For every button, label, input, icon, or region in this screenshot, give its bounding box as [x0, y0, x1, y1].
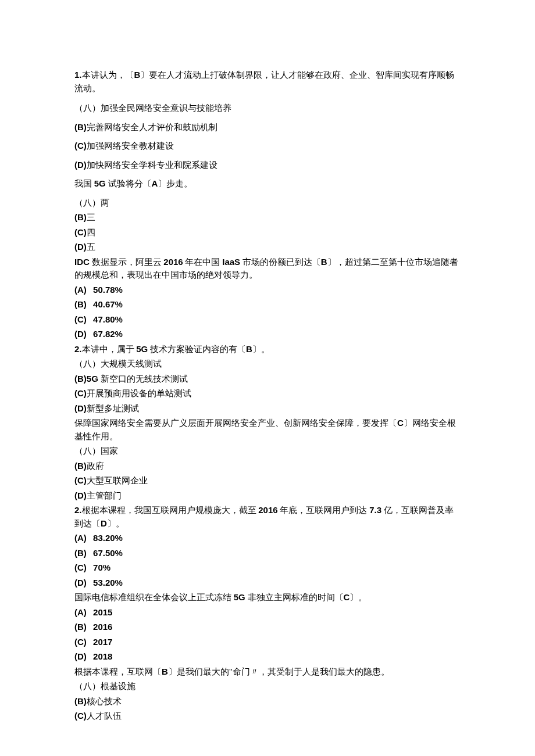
option-label: (C) [74, 710, 87, 723]
option-text: 政府 [87, 461, 104, 471]
option-label: （八） [74, 682, 101, 691]
option-text: 完善网络安全人才评价和鼓励机制 [87, 123, 217, 132]
q6-option-a: (A) 83.20% [74, 532, 461, 545]
option-text: 83.20% [93, 533, 123, 543]
option-text: 新型多址测试 [87, 404, 139, 413]
text: 试验将分〔 [106, 179, 152, 188]
q5-option-a: （八）国家 [74, 445, 461, 458]
option-text: 主管部门 [87, 491, 122, 500]
q5-answer: C [397, 418, 404, 428]
q6-option-b: (B) 67.50% [74, 547, 461, 560]
option-label: (B) [74, 695, 87, 708]
q3-option-c: (C) 47.80% [74, 313, 461, 327]
option-label: (D) [74, 328, 87, 341]
text: 我国 [74, 179, 94, 188]
text: 2016 [163, 257, 183, 267]
q1-number: 1. [74, 70, 82, 80]
text: 〕。 [107, 519, 124, 528]
q3-option-d: (D) 67.82% [74, 328, 461, 341]
option-text: 大规模天线测试 [101, 359, 162, 368]
option-label: (C) [74, 226, 87, 239]
question-1-stem: 1.本讲认为，〔B〕要在人才流动上打破体制界限，让人才能够在政府、企业、智库间实… [74, 69, 461, 95]
text: 〕。 [349, 593, 367, 602]
option-text: 五 [87, 242, 95, 252]
text: 5G [94, 178, 106, 188]
option-text: 47.80% [93, 314, 123, 324]
text: 2016 [258, 505, 277, 515]
q4-option-c: (C)开展预商用设备的单站测试 [74, 387, 461, 400]
option-label: (A) [74, 284, 87, 297]
option-text: 2016 [93, 622, 112, 632]
option-text: 开展预商用设备的单站测试 [87, 389, 191, 398]
q6-answer: D [101, 518, 107, 528]
option-text: 2017 [93, 637, 112, 647]
option-label: (D) [74, 489, 87, 503]
text: 根据本课程，我国互联网用户规模庞大，截至 [82, 506, 259, 515]
q5-option-d: (D)主管部门 [74, 489, 461, 503]
text: 7.3 [369, 505, 381, 515]
q4-option-d: (D)新型多址测试 [74, 402, 461, 415]
q7-option-a: (A) 2015 [74, 606, 461, 619]
q2-option-d: (D)五 [74, 241, 461, 254]
q7-option-b: (B) 2016 [74, 621, 461, 634]
option-text: 核心技术 [87, 697, 122, 706]
option-label: (B) [74, 621, 87, 634]
option-label: (B) [74, 460, 87, 473]
text: 5G [234, 592, 245, 602]
question-7-stem: 国际电信标准组织在全体会议上正式冻结 5G 非独立主网标准的时间〔C〕。 [74, 591, 461, 604]
text: 国际电信标准组织在全体会议上正式冻结 [74, 593, 234, 602]
option-text: 四 [87, 228, 95, 237]
text: 保障国家网络安全需要从广义层面开展网络安全产业、创新网络安全保障，要发挥〔 [74, 418, 397, 428]
option-text: 加强全民网络安全意识与技能培养 [101, 103, 231, 113]
option-label: (D) [74, 402, 87, 415]
question-4-stem: 2.本讲中，属于 5G 技术方案验证内容的有〔B〕。 [74, 343, 461, 356]
option-label: (C) [74, 139, 87, 153]
text: 非独立主网标准的时间〔 [245, 593, 344, 602]
option-label: (B) [74, 211, 87, 224]
text: 5G [136, 344, 148, 354]
option-label: (B) [74, 547, 87, 560]
q7-option-c: (C) 2017 [74, 636, 461, 649]
option-label: (D) [74, 650, 87, 664]
question-5-stem: 保障国家网络安全需要从广义层面开展网络安全产业、创新网络安全保障，要发挥〔C〕网… [74, 417, 461, 443]
q7-option-d: (D) 2018 [74, 650, 461, 664]
q7-answer: C [344, 592, 350, 602]
option-text: 新空口的无线技术测试 [98, 374, 188, 384]
text: 根据本课程，互联网〔 [74, 667, 162, 676]
document-page: 1.本讲认为，〔B〕要在人才流动上打破体制界限，让人才能够在政府、企业、智库间实… [0, 0, 535, 756]
q6-number: 2. [74, 505, 82, 515]
text: IaaS [222, 257, 240, 267]
option-label: (B) [74, 121, 87, 134]
text: 本讲认为，〔 [82, 70, 134, 80]
question-8-stem: 根据本课程，互联网〔B〕是我们最大的"命门〃，其受制于人是我们最大的隐患。 [74, 665, 461, 679]
option-text: 加强网络安全教材建设 [87, 141, 174, 151]
q8-answer: B [162, 667, 168, 676]
q6-option-c: (C) 70% [74, 561, 461, 575]
q3-answer: B [321, 257, 327, 267]
text: 〕。 [252, 345, 270, 354]
option-label: (A) [74, 606, 87, 619]
option-label: (C) [74, 561, 87, 575]
option-text: 67.50% [93, 548, 123, 558]
q8-option-b: (B)核心技术 [74, 695, 461, 708]
q6-option-d: (D) 53.20% [74, 576, 461, 590]
q5-option-c: (C)大型互联网企业 [74, 474, 461, 488]
text: 〕步走。 [158, 179, 192, 188]
q8-option-a: （八）根基设施 [74, 680, 461, 693]
option-text: 两 [101, 198, 109, 207]
option-text: 三 [87, 213, 95, 222]
option-text: 2018 [93, 651, 112, 661]
option-text: 加快网络安全学科专业和院系建设 [87, 160, 217, 170]
q8-option-c: (C)人才队伍 [74, 710, 461, 723]
q1-option-c: (C)加强网络安全教材建设 [74, 139, 461, 153]
q2-answer: A [152, 178, 158, 188]
q3-option-b: (B) 40.67% [74, 298, 461, 311]
q4-option-a: （八）大规模天线测试 [74, 357, 461, 371]
option-text: 大型互联网企业 [87, 476, 148, 485]
q4-number: 2. [74, 344, 82, 354]
q5-option-b: (B)政府 [74, 460, 461, 473]
q1-option-b: (B)完善网络安全人才评价和鼓励机制 [74, 121, 461, 134]
option-label: (C) [74, 387, 87, 400]
question-2-stem: 我国 5G 试验将分〔A〕步走。 [74, 177, 461, 191]
q4-option-b: (B)5G 新空口的无线技术测试 [74, 372, 461, 386]
